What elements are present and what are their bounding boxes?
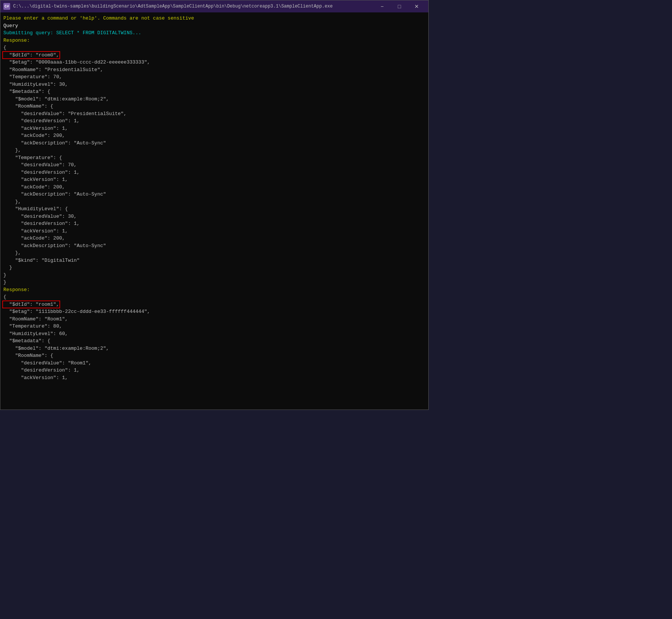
room0-humidity-meta-close-line: }, — [3, 249, 425, 257]
minimize-button[interactable]: − — [373, 0, 391, 12]
room1-dtid-highlight: "$dtId": "room1", — [3, 302, 59, 307]
room0-ack-code1-line: "ackCode": 200, — [3, 132, 425, 140]
room1-roomname-line: "RoomName": "Room1", — [3, 316, 425, 323]
icon-label: C# — [5, 5, 9, 9]
room1-metadata-open-line: "$metadata": { — [3, 337, 425, 345]
room0-humidity-ack-code-line: "ackCode": 200, — [3, 235, 425, 242]
response1-label: Response: — [3, 37, 425, 44]
window-title: C:\...\digital-twins-samples\buildingSce… — [13, 4, 370, 9]
room0-model-line: "$model": "dtmi:example:Room;2", — [3, 96, 425, 103]
room0-etag-line: "$etag": "0000aaaa-11bb-cccc-dd22-eeeeee… — [3, 59, 425, 66]
room0-ack-desc1-line: "ackDescription": "Auto-Sync" — [3, 140, 425, 147]
response1-open: { — [3, 44, 425, 52]
room1-roomname-meta-open-line: "RoomName": { — [3, 352, 425, 360]
room0-humidity-desired-value-line: "desiredValue": 30, — [3, 213, 425, 220]
room1-dtid-line: "$dtId": "room1", — [3, 301, 425, 308]
room0-temp-meta-open-line: "Temperature": { — [3, 154, 425, 162]
room0-humidity-meta-open-line: "HumidityLevel": { — [3, 205, 425, 213]
room0-humidity-desired-version-line: "desiredVersion": 1, — [3, 220, 425, 228]
room1-model-line: "$model": "dtmi:example:Room;2", — [3, 345, 425, 352]
room1-desired-value1-line: "desiredValue": "Room1", — [3, 360, 425, 367]
room0-humidity-ack-desc-line: "ackDescription": "Auto-Sync" — [3, 242, 425, 250]
room0-temp-desired-version-line: "desiredVersion": 1, — [3, 169, 425, 176]
room0-humidity-ack-version-line: "ackVersion": 1, — [3, 228, 425, 235]
room0-metadata-close-line: } — [3, 264, 425, 272]
maximize-button[interactable]: □ — [391, 0, 408, 12]
room0-temp-desired-value-line: "desiredValue": 70, — [3, 161, 425, 169]
room0-humidity-line: "HumidityLevel": 30, — [3, 81, 425, 88]
room0-temp-ack-desc-line: "ackDescription": "Auto-Sync" — [3, 191, 425, 198]
response2-label: Response: — [3, 286, 425, 294]
prompt-line: Please enter a command or 'help'. Comman… — [3, 15, 425, 22]
room1-humidity-line: "HumidityLevel": 60, — [3, 330, 425, 338]
room1-desired-version1-line: "desiredVersion": 1, — [3, 367, 425, 374]
room0-temp-meta-close-line: }, — [3, 198, 425, 206]
room0-desired-version1-line: "desiredVersion": 1, — [3, 117, 425, 125]
console-output: Please enter a command or 'help'. Comman… — [0, 12, 428, 410]
room0-roomname-meta-open-line: "RoomName": { — [3, 103, 425, 110]
command-line: Query — [3, 22, 425, 30]
room0-temp-ack-code-line: "ackCode": 200, — [3, 184, 425, 191]
room0-ack-version1-line: "ackVersion": 1, — [3, 125, 425, 132]
titlebar: C# C:\...\digital-twins-samples\building… — [0, 0, 428, 12]
room0-kind-line: "$kind": "DigitalTwin" — [3, 257, 425, 264]
room0-roomname-line: "RoomName": "PresidentialSuite", — [3, 66, 425, 74]
room1-etag-line: "$etag": "1111bbbb-22cc-dddd-ee33-ffffff… — [3, 308, 425, 316]
room0-dtid-highlight: "$dtId": "room0", — [3, 52, 59, 58]
console-window: C# C:\...\digital-twins-samples\building… — [0, 0, 429, 410]
room0-desired-value1-line: "desiredValue": "PresidentialSuite", — [3, 110, 425, 118]
app-icon: C# — [3, 3, 10, 10]
room0-temp-line: "Temperature": 70, — [3, 73, 425, 81]
room0-roomname-meta-close-line: }, — [3, 147, 425, 154]
close-button[interactable]: ✕ — [408, 0, 425, 12]
submitting-line: Submitting query: SELECT * FROM DIGITALT… — [3, 29, 425, 37]
room0-dtid-line: "$dtId": "room0", — [3, 52, 425, 59]
response2-open: { — [3, 293, 425, 301]
room1-temp-line: "Temperature": 80, — [3, 323, 425, 330]
room0-metadata-open-line: "$metadata": { — [3, 88, 425, 96]
room0-close-line: } — [3, 272, 425, 279]
window-controls: − □ ✕ — [373, 0, 425, 12]
room0-temp-ack-version-line: "ackVersion": 1, — [3, 176, 425, 184]
response1-close-line: } — [3, 279, 425, 286]
room1-ack-version1-line: "ackVersion": 1, — [3, 374, 425, 382]
